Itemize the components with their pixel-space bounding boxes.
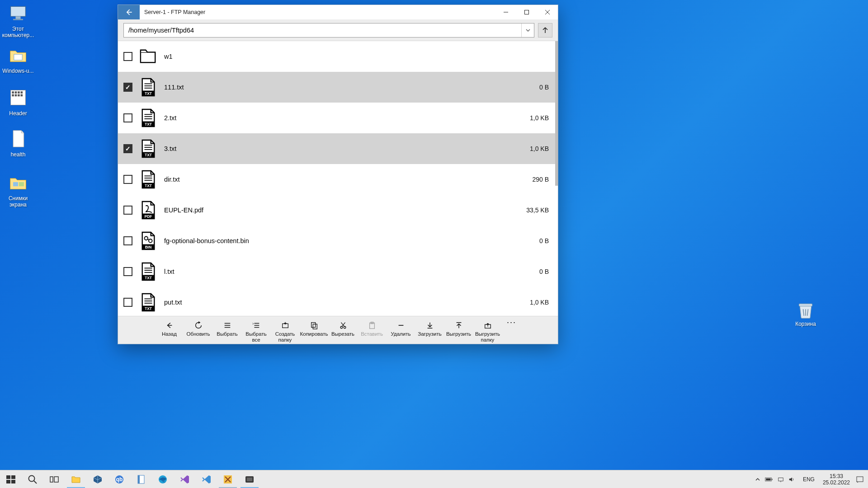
taskbar-edge[interactable] (152, 470, 174, 488)
file-checkbox[interactable] (123, 113, 132, 122)
svg-rect-3 (14, 54, 22, 60)
desktop-icon[interactable]: Header (1, 88, 35, 117)
taskbar-visualstudio[interactable] (174, 470, 195, 488)
maximize-button[interactable] (516, 5, 537, 19)
notifications-button[interactable] (854, 475, 865, 483)
file-checkbox[interactable] (123, 83, 132, 92)
folder-icon (140, 47, 157, 66)
delete-button[interactable]: Удалить (387, 318, 415, 337)
file-checkbox[interactable] (123, 144, 132, 153)
file-checkbox[interactable] (123, 52, 132, 61)
arrow-up-icon (542, 27, 549, 34)
file-checkbox[interactable] (123, 236, 132, 245)
file-size: 290 B (532, 176, 552, 183)
back-button[interactable] (118, 5, 140, 19)
notifications-icon (856, 475, 864, 483)
scrollbar-thumb[interactable] (555, 41, 558, 186)
desktop-icon[interactable]: Windows-u... (1, 45, 35, 74)
arrow-left-icon (124, 8, 133, 17)
cut-button[interactable]: Вырезать (329, 318, 357, 337)
file-row[interactable]: EUPL-EN.pdf 33,5 KB (118, 195, 558, 225)
minimize-icon (503, 9, 509, 15)
path-dropdown[interactable] (521, 23, 534, 37)
copy-icon (310, 320, 318, 330)
close-button[interactable] (537, 5, 558, 19)
file-row[interactable]: 2.txt 1,0 KB (118, 103, 558, 133)
desktop-icon[interactable]: Снимки экрана (1, 173, 35, 208)
refresh-icon (194, 320, 203, 330)
file-list[interactable]: w1 111.txt 0 B 2.txt 1,0 KB 3.txt 1,0 KB… (118, 41, 558, 316)
svg-rect-11 (18, 94, 20, 97)
visual-studio-icon (179, 474, 190, 485)
cube-icon (92, 474, 103, 485)
file-name: 3.txt (164, 145, 530, 152)
txt-icon (140, 169, 157, 189)
minimize-button[interactable] (495, 5, 516, 19)
file-row[interactable]: put.txt 1,0 KB (118, 287, 558, 316)
create-folder-button[interactable]: Создать папку (271, 318, 299, 343)
upload-button[interactable]: Выгрузить (445, 318, 473, 337)
copy-button[interactable]: Копировать (300, 318, 328, 337)
desktop-icon[interactable]: health (1, 129, 35, 158)
upload-folder-button[interactable]: Выгрузить папку (474, 318, 502, 343)
task-view-icon (49, 474, 60, 485)
taskbar-word[interactable] (130, 470, 152, 488)
language-indicator[interactable]: ENG (799, 476, 818, 483)
navigate-up-button[interactable] (538, 23, 552, 38)
desktop-file-icon (8, 129, 28, 150)
network-icon (778, 476, 784, 483)
vscode-icon (201, 474, 212, 485)
file-checkbox[interactable] (123, 206, 132, 215)
taskbar-file-explorer[interactable] (65, 470, 87, 488)
select-all-button[interactable]: Выбрать все (242, 318, 270, 343)
svg-rect-30 (50, 477, 53, 482)
file-row[interactable]: 111.txt 0 B (118, 72, 558, 103)
paste-icon (368, 320, 376, 330)
select-icon (223, 320, 231, 330)
select-button[interactable]: Выбрать (213, 318, 241, 337)
txt-icon (140, 292, 157, 312)
paste-button: Вставить (358, 318, 386, 337)
pdf-icon (140, 200, 157, 220)
taskbar-vscode[interactable] (195, 470, 217, 488)
file-size: 1,0 KB (530, 114, 552, 122)
refresh-button[interactable]: Обновить (184, 318, 212, 337)
svg-rect-41 (772, 479, 773, 480)
desktop-icon-recycle-bin[interactable]: Корзина (788, 300, 823, 327)
task-view-button[interactable] (43, 470, 65, 488)
taskbar-qbittorrent[interactable]: qb (108, 470, 130, 488)
file-checkbox[interactable] (123, 267, 132, 276)
more-button[interactable]: ··· (503, 318, 521, 327)
chevron-up-icon (755, 477, 760, 482)
file-name: w1 (164, 53, 549, 60)
upload-icon (455, 320, 463, 330)
file-row[interactable]: l.txt 0 B (118, 256, 558, 287)
file-list-area: w1 111.txt 0 B 2.txt 1,0 KB 3.txt 1,0 KB… (118, 41, 558, 316)
upload-folder-icon (484, 320, 492, 330)
svg-rect-12 (21, 94, 23, 97)
file-name: l.txt (164, 268, 539, 275)
chevron-down-icon (525, 28, 531, 33)
svg-text:qb: qb (116, 476, 123, 483)
file-checkbox[interactable] (123, 298, 132, 307)
taskbar-virtualbox[interactable] (87, 470, 108, 488)
download-button[interactable]: Загрузить (416, 318, 444, 337)
file-row[interactable]: dir.txt 290 B (118, 164, 558, 195)
taskbar-ftp-manager[interactable] (239, 470, 260, 488)
taskbar-app-1[interactable] (217, 470, 239, 488)
txt-icon (140, 77, 157, 97)
start-button[interactable] (0, 470, 22, 488)
back-button[interactable]: Назад (156, 318, 184, 337)
desktop-icon[interactable]: Этот компьютер... (1, 3, 35, 38)
svg-rect-7 (18, 91, 20, 94)
path-input[interactable] (124, 27, 521, 34)
file-row[interactable]: fg-optional-bonus-content.bin 0 B (118, 225, 558, 256)
title-bar: Server-1 - FTP Manager (118, 5, 558, 19)
file-checkbox[interactable] (123, 175, 132, 184)
file-row[interactable]: w1 (118, 41, 558, 72)
system-tray[interactable] (755, 476, 799, 483)
file-row[interactable]: 3.txt 1,0 KB (118, 133, 558, 164)
clock[interactable]: 15:33 25.02.2022 (818, 473, 854, 486)
search-button[interactable] (22, 470, 43, 488)
back-icon (165, 320, 174, 330)
